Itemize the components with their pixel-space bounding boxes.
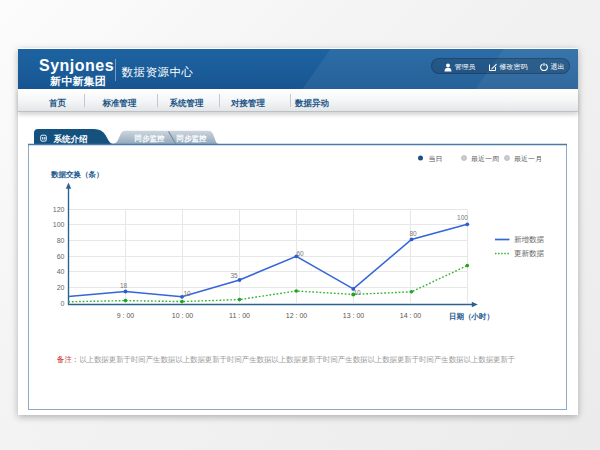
svg-text:80: 80: [57, 237, 65, 244]
svg-text:日期（小时）: 日期（小时）: [449, 312, 494, 321]
svg-text:数据交换（条）: 数据交换（条）: [50, 170, 104, 179]
svg-text:12 : 00: 12 : 00: [286, 312, 308, 319]
svg-text:0: 0: [61, 300, 65, 307]
svg-text:10: 10: [353, 289, 361, 296]
svg-text:60: 60: [296, 250, 304, 257]
svg-text:当日: 当日: [429, 155, 443, 163]
svg-text:100: 100: [53, 221, 65, 228]
svg-text:14 : 00: 14 : 00: [400, 312, 422, 319]
svg-text:最近一周: 最近一周: [471, 155, 499, 162]
svg-text:最近一月: 最近一月: [514, 155, 542, 163]
svg-text:9 : 00: 9 : 00: [117, 312, 135, 319]
svg-text:10 : 00: 10 : 00: [172, 312, 194, 319]
svg-text:同步监控: 同步监控: [177, 134, 208, 143]
svg-text:100: 100: [457, 214, 468, 221]
svg-text:60: 60: [57, 253, 65, 260]
svg-text:80: 80: [409, 230, 417, 237]
svg-text:更新数据: 更新数据: [514, 249, 545, 258]
svg-text:10: 10: [183, 290, 191, 297]
svg-text:11 : 00: 11 : 00: [229, 312, 250, 319]
svg-text:同步监控: 同步监控: [135, 134, 166, 143]
svg-text:系统介绍: 系统介绍: [53, 134, 89, 144]
svg-text:20: 20: [57, 284, 65, 291]
svg-text:40: 40: [57, 268, 65, 275]
svg-text:新增数据: 新增数据: [514, 235, 545, 244]
svg-text:120: 120: [53, 206, 65, 213]
svg-text:13 : 00: 13 : 00: [343, 312, 365, 319]
svg-text:18: 18: [120, 282, 128, 289]
svg-text:35: 35: [230, 272, 238, 279]
